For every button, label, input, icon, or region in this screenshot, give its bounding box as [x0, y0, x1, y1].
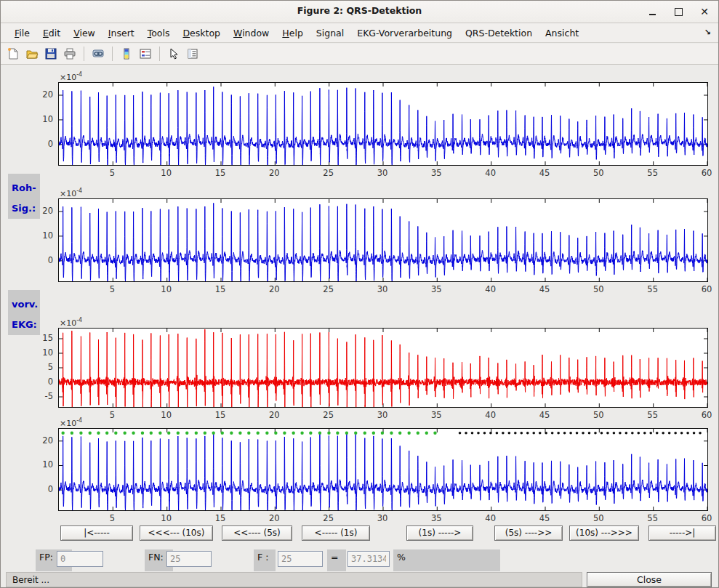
fn-field[interactable] [166, 551, 212, 567]
detected-beat-marker [372, 432, 375, 435]
detected-beat-marker [212, 432, 214, 435]
vorv-ekg-plot-trace [59, 199, 707, 281]
x-tick-label: 15 [212, 168, 229, 178]
link-plot-icon[interactable] [90, 46, 106, 62]
vorv-ekg-plot[interactable] [58, 198, 708, 282]
reference-beat-marker [465, 432, 467, 435]
maximize-icon[interactable] [670, 4, 686, 20]
detected-beat-marker [257, 432, 260, 435]
nav-button-5[interactable]: (1s) -----> [406, 525, 473, 541]
toolbar-separator [84, 47, 84, 61]
f-field[interactable] [278, 551, 323, 567]
x-tick-label: 25 [320, 284, 337, 294]
x-tick-label: 45 [536, 284, 553, 294]
menu-item-tools[interactable]: Tools [141, 25, 177, 41]
nav-button-7[interactable]: (10s) --->>> [569, 525, 639, 541]
result-field[interactable] [348, 551, 390, 567]
raw-signal-label-line1: Roh- [12, 178, 36, 198]
detected-beat-marker [167, 432, 170, 435]
y-tick-label: 15 [31, 333, 53, 343]
x-tick-label: 45 [536, 513, 553, 523]
detected-beat-marker [336, 432, 339, 435]
f-label: F : [254, 549, 276, 571]
title-bar[interactable]: Figure 2: QRS-Detektion ✕ [1, 1, 718, 23]
print-figure-icon[interactable] [62, 46, 78, 62]
insert-legend-icon[interactable] [137, 46, 153, 62]
nav-button-3[interactable]: <<---- (5s) [222, 525, 292, 541]
menu-item-file[interactable]: File [8, 25, 36, 41]
detected-beat-marker [141, 432, 144, 435]
menu-item-ekg-vorverarbeitung[interactable]: EKG-Vorverarbeitung [350, 25, 459, 41]
save-figure-icon[interactable] [43, 46, 59, 62]
detected-beat-marker [158, 432, 161, 435]
status-text: Bereit ... [6, 572, 582, 587]
detected-beat-marker [425, 432, 428, 435]
x-tick-label: 25 [320, 513, 337, 523]
menu-item-insert[interactable]: Insert [102, 25, 141, 41]
y-tick-label: -5 [31, 391, 53, 401]
y-tick-label: 10 [31, 114, 53, 124]
x-tick-label: 50 [590, 168, 607, 178]
menu-overflow-icon[interactable]: ↘ [704, 28, 711, 37]
menu-item-help[interactable]: Help [276, 25, 310, 41]
menu-item-ansicht[interactable]: Ansicht [539, 25, 585, 41]
close-button[interactable]: Close [587, 572, 712, 587]
menu-item-view[interactable]: View [67, 25, 102, 41]
x-tick-label: 45 [536, 410, 553, 420]
reference-beat-marker [680, 432, 683, 435]
detected-beat-marker [61, 432, 64, 435]
x-tick-label: 40 [482, 168, 499, 178]
x-tick-label: 10 [158, 284, 175, 294]
nav-button-2[interactable]: <<<--- (10s) [140, 525, 213, 541]
minimize-icon[interactable] [644, 4, 660, 20]
menu-item-edit[interactable]: Edit [36, 25, 67, 41]
reference-beat-marker [496, 432, 499, 435]
x-tick-label: 20 [265, 168, 283, 178]
x-tick-label: 20 [265, 410, 283, 420]
reference-beat-marker [686, 432, 689, 435]
reference-beat-marker [631, 432, 634, 435]
property-editor-icon[interactable] [185, 46, 201, 62]
preprocessed-ekg-label-line1: vorv. [12, 294, 36, 315]
axis-exponent-label: ×10-4 [60, 317, 82, 328]
insert-colorbar-icon[interactable] [119, 46, 134, 62]
menu-item-window[interactable]: Window [227, 25, 276, 41]
x-tick-label: 30 [374, 410, 391, 420]
detected-beat-marker [247, 432, 250, 435]
nav-button-8[interactable]: ----->| [648, 525, 716, 541]
nav-button-4[interactable]: <----- (1s) [302, 525, 370, 541]
reference-beat-marker [693, 432, 696, 435]
reference-beat-marker [526, 432, 529, 435]
toolbar-separator [112, 47, 113, 61]
reference-beat-marker [662, 432, 664, 435]
reference-beat-marker [637, 432, 640, 435]
roh-signal-plot[interactable] [58, 82, 708, 166]
detected-beat-marker [265, 432, 268, 435]
reference-beat-marker [483, 432, 486, 435]
x-tick-label: 30 [374, 168, 391, 178]
reference-beat-marker [477, 432, 480, 435]
menu-item-qrs-detektion[interactable]: QRS-Detektion [459, 25, 539, 41]
x-tick-label: 10 [158, 513, 175, 523]
axis-exponent-label: ×10-4 [60, 71, 82, 82]
nav-button-1[interactable]: |<----- [60, 525, 133, 541]
reference-beat-marker [489, 432, 492, 435]
detected-beat-marker [195, 432, 198, 435]
x-tick-label: 10 [158, 410, 175, 420]
reference-beat-marker [656, 432, 659, 435]
open-file-icon[interactable] [24, 46, 40, 62]
menu-item-desktop[interactable]: Desktop [176, 25, 227, 41]
qrs-filter-plot[interactable] [58, 328, 708, 408]
detected-beat-marker [89, 432, 92, 435]
new-figure-icon[interactable] [5, 46, 21, 62]
nav-button-6[interactable]: (5s) ---->> [494, 525, 563, 541]
reference-beat-marker [588, 432, 591, 435]
detektion-plot[interactable] [58, 428, 708, 511]
detected-beat-marker [318, 432, 321, 435]
menu-item-signal[interactable]: Signal [310, 25, 350, 41]
fp-field[interactable] [57, 551, 103, 567]
reference-beat-marker [582, 432, 585, 435]
x-tick-label: 15 [212, 513, 229, 523]
edit-plot-icon[interactable] [166, 46, 182, 62]
close-icon[interactable]: ✕ [696, 4, 712, 20]
